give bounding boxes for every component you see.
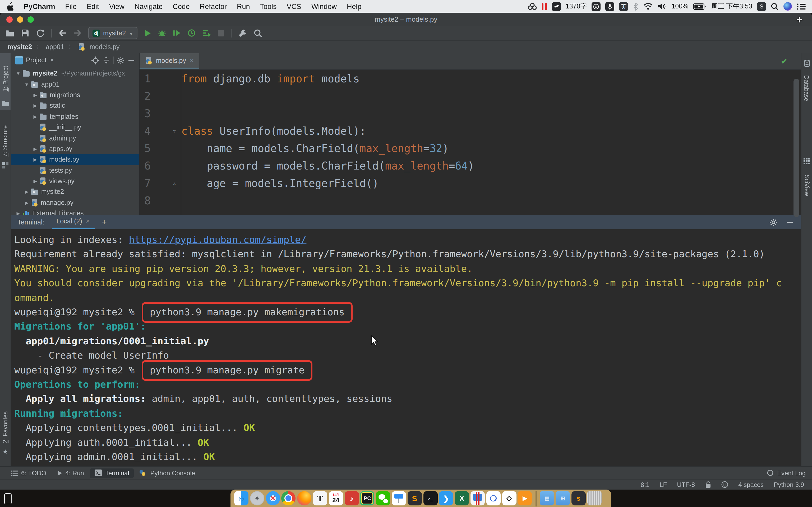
- menu-clock[interactable]: 周三 下午3:53: [711, 2, 752, 11]
- inspections-ok-icon[interactable]: ✔: [781, 57, 787, 65]
- run-icon[interactable]: [144, 29, 151, 37]
- plus-icon[interactable]: +: [797, 14, 803, 26]
- editor-scrollbar[interactable]: [794, 79, 799, 217]
- dock-item-finder[interactable]: ☺: [234, 491, 248, 505]
- tree-arrow-icon[interactable]: ▶: [23, 200, 31, 206]
- debug-icon[interactable]: [158, 29, 166, 37]
- zoom-window-button[interactable]: [28, 16, 34, 22]
- wrench-icon[interactable]: [239, 29, 247, 37]
- gear-icon[interactable]: [769, 218, 778, 226]
- input-language-badge[interactable]: 英: [619, 2, 628, 11]
- tree-row-manage-py[interactable]: ▶manage.py: [11, 197, 139, 208]
- tree-row-models-py[interactable]: ▶models.py: [11, 154, 139, 165]
- tree-arrow-icon[interactable]: ▶: [31, 146, 39, 152]
- back-icon[interactable]: [59, 30, 67, 37]
- tree-row-__init__-py[interactable]: __init__.py: [11, 122, 139, 133]
- save-icon[interactable]: [21, 29, 29, 37]
- dock-item-tie-app[interactable]: ⬦: [502, 491, 516, 505]
- close-icon[interactable]: ×: [190, 57, 194, 64]
- tree-arrow-icon[interactable]: ▼: [14, 71, 22, 76]
- emoji-input-icon[interactable]: [592, 2, 601, 11]
- status-face-icon[interactable]: [721, 481, 728, 488]
- code-lines[interactable]: from django.db import models class UserI…: [181, 70, 801, 215]
- tree-arrow-icon[interactable]: ▶: [14, 211, 22, 215]
- dock-item-excel[interactable]: X: [455, 491, 469, 505]
- menu-pycharm[interactable]: PyCharm: [24, 2, 55, 10]
- concurrency-icon[interactable]: [202, 29, 211, 37]
- menu-item-view[interactable]: View: [109, 2, 124, 10]
- microphone-icon[interactable]: [605, 2, 614, 11]
- status-item-LF[interactable]: LF: [659, 481, 667, 488]
- dock-item-firefox[interactable]: [297, 491, 311, 505]
- menu-item-refactor[interactable]: Refactor: [200, 2, 227, 10]
- siri-icon[interactable]: [783, 2, 792, 11]
- breadcrumb-item-app01[interactable]: app01: [46, 43, 64, 51]
- wifi-icon[interactable]: [643, 2, 653, 11]
- fold-marker-close-icon[interactable]: ▵: [170, 175, 179, 192]
- sidebar-item-project[interactable]: 1: Project: [0, 53, 11, 110]
- tab-models-py[interactable]: models.py ×: [140, 53, 199, 69]
- search-icon[interactable]: [254, 29, 262, 37]
- menu-item-run[interactable]: Run: [237, 2, 250, 10]
- terminal-output[interactable]: Looking in indexes: https://pypi.douban.…: [11, 229, 801, 466]
- toolwindow-button-python-console[interactable]: Python Console: [135, 468, 200, 478]
- dock-item-sublime-text[interactable]: S: [408, 491, 422, 505]
- status-item-UTF-8[interactable]: UTF-8: [677, 481, 695, 488]
- sogou-badge[interactable]: S: [757, 2, 766, 11]
- dock-item-pycharm[interactable]: PC: [360, 491, 374, 505]
- status-item-4-spaces[interactable]: 4 spaces: [738, 481, 764, 488]
- dock-item-rings-app[interactable]: ❍: [486, 491, 501, 505]
- tree-arrow-icon[interactable]: ▶: [31, 178, 39, 184]
- dock-item-folder-windows[interactable]: ⊞: [556, 491, 570, 505]
- minimize-icon[interactable]: [786, 218, 794, 226]
- dock-item-terminal-app[interactable]: >_: [423, 491, 438, 505]
- open-icon[interactable]: [5, 29, 14, 37]
- menu-item-navigate[interactable]: Navigate: [135, 2, 163, 10]
- menu-item-tools[interactable]: Tools: [260, 2, 276, 10]
- tree-arrow-icon[interactable]: ▶: [31, 157, 39, 162]
- dock-item-wechat[interactable]: [376, 491, 390, 505]
- minimize-window-button[interactable]: [17, 16, 23, 22]
- menu-item-edit[interactable]: Edit: [87, 2, 99, 10]
- tree-row-app01[interactable]: ▼app01: [11, 79, 139, 90]
- dock-item-tv-app[interactable]: ▶: [518, 491, 532, 505]
- dock-item-typora[interactable]: T: [313, 491, 327, 505]
- menu-item-code[interactable]: Code: [172, 2, 190, 10]
- toolwindow-button-terminal[interactable]: Terminal: [90, 468, 134, 478]
- run-configuration-select[interactable]: djmysite2▼: [88, 27, 138, 39]
- tree-row-mysite2[interactable]: ▼mysite2~/PycharmProjects/gx: [11, 68, 139, 79]
- project-panel-title[interactable]: Project: [26, 57, 47, 64]
- dock-item-trash[interactable]: [587, 491, 602, 505]
- hide-panel-icon[interactable]: [128, 57, 135, 64]
- dock-item-dingtalk[interactable]: ❯: [439, 491, 453, 505]
- dock-item-netease-music[interactable]: ♪: [344, 491, 359, 505]
- fold-marker-open-icon[interactable]: ▿: [170, 122, 179, 140]
- collapse-all-icon[interactable]: [103, 57, 110, 64]
- toolwindow-button-todo[interactable]: 6: TODO: [6, 468, 51, 478]
- toolwindow-button-run[interactable]: 4: Run: [52, 468, 89, 478]
- tree-arrow-icon[interactable]: ▼: [23, 81, 31, 87]
- code-editor[interactable]: 1234▿567▵8 from django.db import models …: [140, 70, 801, 215]
- tree-row-admin-py[interactable]: admin.py: [11, 133, 139, 144]
- dock-item-script-app[interactable]: s: [571, 491, 586, 505]
- dock-item-calendar[interactable]: 11月24: [329, 491, 343, 505]
- chevron-down-icon[interactable]: ▼: [50, 58, 54, 63]
- gear-icon[interactable]: [117, 56, 125, 64]
- tree-row-External-Libraries[interactable]: ▶External Libraries: [11, 208, 139, 215]
- menu-item-file[interactable]: File: [65, 2, 77, 10]
- sidebar-item-sciview[interactable]: SciView: [801, 154, 812, 211]
- breadcrumb-item-mysite2[interactable]: mysite2: [7, 43, 32, 51]
- sidebar-item-database[interactable]: Database: [801, 55, 812, 114]
- tree-row-views-py[interactable]: ▶views.py: [11, 176, 139, 187]
- dock-item-keynote[interactable]: [392, 491, 406, 505]
- dock-item-safari[interactable]: ✕: [266, 491, 280, 505]
- tree-arrow-icon[interactable]: ▶: [31, 114, 39, 119]
- control-center-icon[interactable]: [797, 2, 806, 11]
- locate-icon[interactable]: [92, 56, 99, 64]
- sidebar-item-structure[interactable]: 7: Structure: [0, 116, 11, 173]
- tree-row-apps-py[interactable]: ▶apps.py: [11, 144, 139, 154]
- tree-row-migrations[interactable]: ▶migrations: [11, 90, 139, 101]
- breadcrumb-item-models.py[interactable]: models.py: [90, 43, 120, 51]
- editor-gutter[interactable]: 1234▿567▵8: [140, 70, 181, 215]
- status-lock-icon[interactable]: [705, 481, 711, 488]
